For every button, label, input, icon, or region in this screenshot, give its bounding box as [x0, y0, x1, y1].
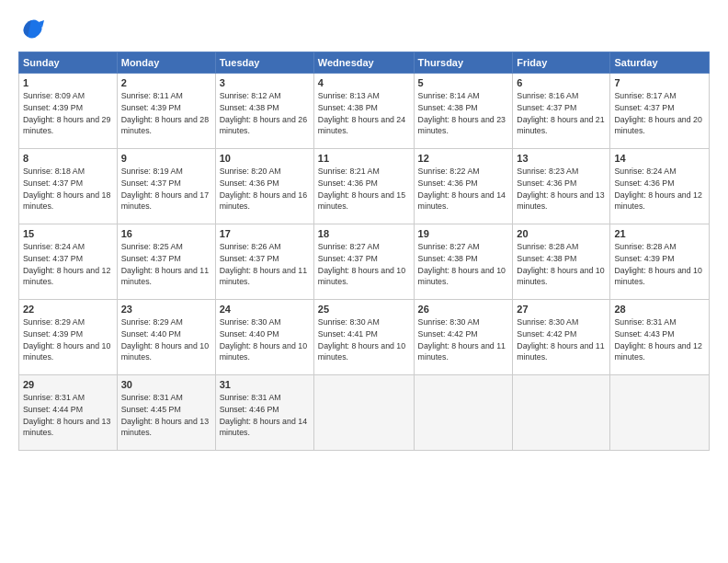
day-number: 21	[614, 228, 705, 239]
page: SundayMondayTuesdayWednesdayThursdayFrid…	[0, 0, 728, 563]
calendar-header-wednesday: Wednesday	[313, 52, 414, 74]
day-info: Sunrise: 8:20 AMSunset: 4:36 PMDaylight:…	[220, 166, 310, 213]
day-info: Sunrise: 8:14 AMSunset: 4:38 PMDaylight:…	[418, 90, 509, 137]
day-info: Sunrise: 8:21 AMSunset: 4:36 PMDaylight:…	[318, 166, 410, 213]
day-number: 13	[517, 153, 606, 164]
calendar-cell: 3Sunrise: 8:12 AMSunset: 4:38 PMDaylight…	[215, 74, 313, 149]
calendar-cell: 7Sunrise: 8:17 AMSunset: 4:37 PMDaylight…	[610, 74, 710, 149]
calendar-week-5: 29Sunrise: 8:31 AMSunset: 4:44 PMDayligh…	[19, 375, 710, 451]
day-number: 9	[121, 153, 211, 164]
logo-icon	[18, 17, 44, 42]
logo	[18, 17, 46, 42]
day-number: 7	[614, 77, 705, 88]
day-info: Sunrise: 8:09 AMSunset: 4:39 PMDaylight:…	[23, 90, 113, 137]
day-number: 24	[220, 304, 310, 315]
day-info: Sunrise: 8:22 AMSunset: 4:36 PMDaylight:…	[418, 166, 509, 213]
day-info: Sunrise: 8:26 AMSunset: 4:37 PMDaylight:…	[220, 241, 310, 288]
day-info: Sunrise: 8:24 AMSunset: 4:37 PMDaylight:…	[23, 241, 113, 288]
day-info: Sunrise: 8:27 AMSunset: 4:37 PMDaylight:…	[318, 241, 410, 288]
day-info: Sunrise: 8:23 AMSunset: 4:36 PMDaylight:…	[517, 166, 606, 213]
calendar-week-2: 8Sunrise: 8:18 AMSunset: 4:37 PMDaylight…	[19, 149, 710, 224]
day-info: Sunrise: 8:25 AMSunset: 4:37 PMDaylight:…	[121, 241, 211, 288]
calendar-cell: 14Sunrise: 8:24 AMSunset: 4:36 PMDayligh…	[610, 149, 710, 224]
calendar-cell	[313, 375, 414, 451]
calendar-cell	[414, 375, 513, 451]
day-number: 25	[318, 304, 410, 315]
calendar-header-tuesday: Tuesday	[215, 52, 313, 74]
day-info: Sunrise: 8:30 AMSunset: 4:42 PMDaylight:…	[418, 316, 509, 363]
calendar-header-row: SundayMondayTuesdayWednesdayThursdayFrid…	[19, 52, 710, 74]
day-info: Sunrise: 8:29 AMSunset: 4:40 PMDaylight:…	[121, 316, 211, 363]
day-number: 28	[614, 304, 705, 315]
day-number: 1	[23, 77, 113, 88]
day-number: 17	[220, 228, 310, 239]
day-number: 2	[121, 77, 211, 88]
calendar-cell	[610, 375, 710, 451]
calendar-header-friday: Friday	[513, 52, 610, 74]
day-number: 27	[517, 304, 606, 315]
day-number: 11	[318, 153, 410, 164]
calendar-cell: 22Sunrise: 8:29 AMSunset: 4:39 PMDayligh…	[19, 300, 118, 375]
day-number: 23	[121, 304, 211, 315]
day-info: Sunrise: 8:31 AMSunset: 4:45 PMDaylight:…	[121, 392, 211, 439]
calendar-cell: 2Sunrise: 8:11 AMSunset: 4:39 PMDaylight…	[117, 74, 215, 149]
calendar-cell: 30Sunrise: 8:31 AMSunset: 4:45 PMDayligh…	[117, 375, 215, 451]
calendar-cell: 10Sunrise: 8:20 AMSunset: 4:36 PMDayligh…	[215, 149, 313, 224]
day-info: Sunrise: 8:13 AMSunset: 4:38 PMDaylight:…	[318, 90, 410, 137]
calendar-cell: 1Sunrise: 8:09 AMSunset: 4:39 PMDaylight…	[19, 74, 118, 149]
day-info: Sunrise: 8:31 AMSunset: 4:43 PMDaylight:…	[614, 316, 705, 363]
day-info: Sunrise: 8:19 AMSunset: 4:37 PMDaylight:…	[121, 166, 211, 213]
day-number: 30	[121, 379, 211, 390]
calendar-header-saturday: Saturday	[610, 52, 710, 74]
calendar-cell: 8Sunrise: 8:18 AMSunset: 4:37 PMDaylight…	[19, 149, 118, 224]
calendar-cell: 26Sunrise: 8:30 AMSunset: 4:42 PMDayligh…	[414, 300, 513, 375]
calendar-cell: 25Sunrise: 8:30 AMSunset: 4:41 PMDayligh…	[313, 300, 414, 375]
calendar-cell: 12Sunrise: 8:22 AMSunset: 4:36 PMDayligh…	[414, 149, 513, 224]
calendar-cell: 15Sunrise: 8:24 AMSunset: 4:37 PMDayligh…	[19, 224, 118, 300]
calendar-cell: 23Sunrise: 8:29 AMSunset: 4:40 PMDayligh…	[117, 300, 215, 375]
day-number: 12	[418, 153, 509, 164]
calendar-header-thursday: Thursday	[414, 52, 513, 74]
calendar-cell: 21Sunrise: 8:28 AMSunset: 4:39 PMDayligh…	[610, 224, 710, 300]
day-info: Sunrise: 8:30 AMSunset: 4:41 PMDaylight:…	[318, 316, 410, 363]
calendar-cell: 11Sunrise: 8:21 AMSunset: 4:36 PMDayligh…	[313, 149, 414, 224]
day-number: 14	[614, 153, 705, 164]
calendar-cell: 28Sunrise: 8:31 AMSunset: 4:43 PMDayligh…	[610, 300, 710, 375]
day-number: 16	[121, 228, 211, 239]
day-info: Sunrise: 8:24 AMSunset: 4:36 PMDaylight:…	[614, 166, 705, 213]
calendar-cell: 27Sunrise: 8:30 AMSunset: 4:42 PMDayligh…	[513, 300, 610, 375]
day-number: 22	[23, 304, 113, 315]
day-number: 3	[220, 77, 310, 88]
day-number: 15	[23, 228, 113, 239]
day-info: Sunrise: 8:12 AMSunset: 4:38 PMDaylight:…	[220, 90, 310, 137]
day-number: 6	[517, 77, 606, 88]
day-info: Sunrise: 8:30 AMSunset: 4:42 PMDaylight:…	[517, 316, 606, 363]
day-info: Sunrise: 8:16 AMSunset: 4:37 PMDaylight:…	[517, 90, 606, 137]
calendar-header-monday: Monday	[117, 52, 215, 74]
day-info: Sunrise: 8:31 AMSunset: 4:44 PMDaylight:…	[23, 392, 113, 439]
day-number: 26	[418, 304, 509, 315]
calendar-cell: 9Sunrise: 8:19 AMSunset: 4:37 PMDaylight…	[117, 149, 215, 224]
day-number: 18	[318, 228, 410, 239]
calendar-table: SundayMondayTuesdayWednesdayThursdayFrid…	[18, 52, 710, 451]
calendar-cell: 5Sunrise: 8:14 AMSunset: 4:38 PMDaylight…	[414, 74, 513, 149]
calendar-cell: 16Sunrise: 8:25 AMSunset: 4:37 PMDayligh…	[117, 224, 215, 300]
day-info: Sunrise: 8:17 AMSunset: 4:37 PMDaylight:…	[614, 90, 705, 137]
calendar-cell	[513, 375, 610, 451]
calendar-week-3: 15Sunrise: 8:24 AMSunset: 4:37 PMDayligh…	[19, 224, 710, 300]
day-number: 5	[418, 77, 509, 88]
calendar-cell: 4Sunrise: 8:13 AMSunset: 4:38 PMDaylight…	[313, 74, 414, 149]
day-number: 4	[318, 77, 410, 88]
calendar-cell: 13Sunrise: 8:23 AMSunset: 4:36 PMDayligh…	[513, 149, 610, 224]
day-info: Sunrise: 8:27 AMSunset: 4:38 PMDaylight:…	[418, 241, 509, 288]
calendar-cell: 19Sunrise: 8:27 AMSunset: 4:38 PMDayligh…	[414, 224, 513, 300]
calendar-cell: 6Sunrise: 8:16 AMSunset: 4:37 PMDaylight…	[513, 74, 610, 149]
calendar-week-1: 1Sunrise: 8:09 AMSunset: 4:39 PMDaylight…	[19, 74, 710, 149]
calendar-cell: 17Sunrise: 8:26 AMSunset: 4:37 PMDayligh…	[215, 224, 313, 300]
day-info: Sunrise: 8:28 AMSunset: 4:38 PMDaylight:…	[517, 241, 606, 288]
day-number: 19	[418, 228, 509, 239]
calendar-cell: 24Sunrise: 8:30 AMSunset: 4:40 PMDayligh…	[215, 300, 313, 375]
day-number: 20	[517, 228, 606, 239]
day-number: 8	[23, 153, 113, 164]
calendar-cell: 20Sunrise: 8:28 AMSunset: 4:38 PMDayligh…	[513, 224, 610, 300]
